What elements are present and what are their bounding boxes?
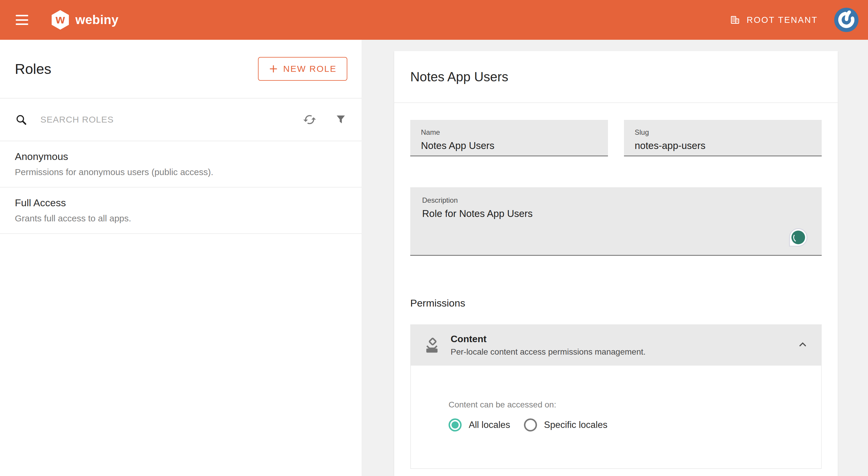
spinner-icon (792, 230, 805, 244)
permissions-section-content: Content Per-locale content access permis… (410, 324, 822, 469)
search-input[interactable] (40, 114, 303, 125)
role-title: Notes App Users (410, 69, 508, 84)
accordion-title: Content (451, 334, 646, 345)
role-name: Anonymous (15, 151, 347, 162)
radio-all-locales-label: All locales (469, 420, 510, 430)
accordion-titles: Content Per-locale content access permis… (451, 334, 646, 357)
name-field-value: Notes App Users (421, 140, 597, 151)
name-field[interactable]: Name Notes App Users (410, 120, 608, 156)
power-icon (834, 8, 859, 32)
description-field[interactable]: Description Role for Notes App Users (410, 187, 822, 256)
chat-widget-button[interactable] (789, 228, 807, 247)
tenant-selector[interactable]: ROOT TENANT (730, 15, 818, 25)
permissions-heading: Permissions (410, 297, 822, 309)
role-detail-form: Name Notes App Users Slug notes-app-user… (394, 120, 838, 469)
name-slug-row: Name Notes App Users Slug notes-app-user… (410, 120, 822, 156)
ballot-box-icon (423, 337, 440, 354)
slug-field-value: notes-app-users (635, 140, 811, 151)
search-icon (15, 114, 27, 126)
roles-panel-header: Roles NEW ROLE (0, 40, 362, 98)
radio-selected-icon (448, 418, 462, 432)
tenant-label: ROOT TENANT (747, 15, 818, 25)
role-description: Permissions for anonymous users (public … (15, 167, 347, 177)
radio-unselected-icon (524, 418, 537, 432)
webiny-logo-icon: w (52, 10, 69, 30)
roles-list-panel: Roles NEW ROLE (0, 40, 362, 476)
radio-all-locales[interactable]: All locales (448, 418, 510, 432)
accordion-subtitle: Per-locale content access permissions ma… (451, 347, 646, 357)
page-title: Roles (15, 61, 51, 77)
content-accordion-body: Content can be accessed on: All locales … (410, 366, 822, 469)
role-name: Full Access (15, 197, 347, 209)
description-field-label: Description (422, 196, 810, 204)
radio-specific-locales-label: Specific locales (544, 420, 608, 430)
avatar[interactable] (834, 8, 859, 32)
role-detail-header: Notes App Users (394, 51, 838, 103)
menu-icon[interactable] (16, 15, 28, 25)
menu-bar (16, 19, 28, 21)
role-detail-card: Notes App Users Name Notes App Users Slu… (394, 51, 838, 476)
roles-search-bar (0, 98, 362, 141)
plus-icon (269, 64, 278, 73)
building-icon (730, 15, 740, 25)
webiny-logo-letter: w (56, 13, 65, 25)
filter-icon[interactable] (334, 113, 347, 126)
app-header: w webiny ROOT TENANT (0, 0, 868, 40)
description-field-value: Role for Notes App Users (422, 208, 810, 219)
content-accordion-header[interactable]: Content Per-locale content access permis… (410, 324, 822, 366)
role-description: Grants full access to all apps. (15, 213, 347, 223)
role-detail-area: Notes App Users Name Notes App Users Slu… (362, 40, 868, 476)
radio-specific-locales[interactable]: Specific locales (524, 418, 608, 432)
list-item-full-access[interactable]: Full Access Grants full access to all ap… (0, 188, 362, 234)
new-role-label: NEW ROLE (283, 64, 337, 74)
menu-bar (16, 15, 28, 16)
chevron-up-icon[interactable] (797, 339, 809, 352)
locales-radio-group: All locales Specific locales (448, 418, 821, 432)
list-item-anonymous[interactable]: Anonymous Permissions for anonymous user… (0, 141, 362, 188)
refresh-icon[interactable] (303, 113, 316, 126)
slug-field[interactable]: Slug notes-app-users (624, 120, 822, 156)
roles-list: Anonymous Permissions for anonymous user… (0, 141, 362, 234)
new-role-button[interactable]: NEW ROLE (258, 57, 347, 81)
menu-bar (16, 24, 28, 25)
brand-wordmark: webiny (75, 13, 119, 27)
slug-field-label: Slug (635, 128, 811, 136)
main-content: Roles NEW ROLE (0, 40, 868, 476)
name-field-label: Name (421, 128, 597, 136)
access-label: Content can be accessed on: (448, 400, 821, 410)
